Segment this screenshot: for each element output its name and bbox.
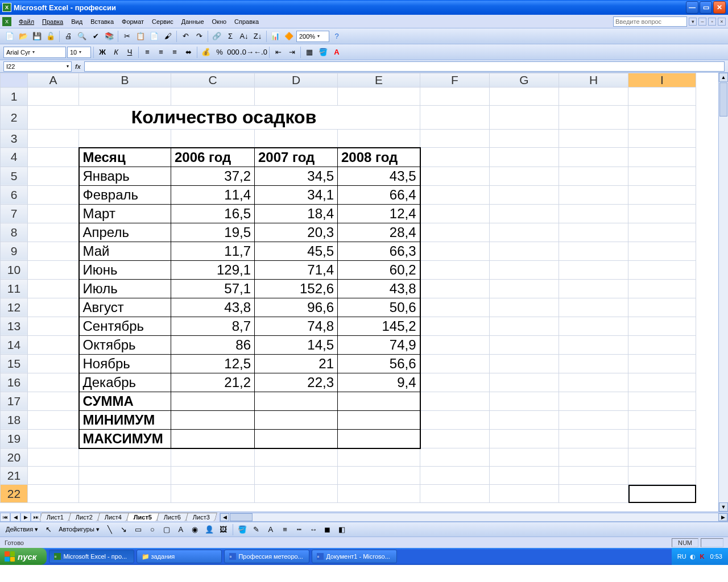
cell[interactable] (628, 204, 696, 223)
help-icon[interactable]: ? (330, 30, 343, 43)
cell[interactable]: 12,4 (338, 204, 420, 223)
start-button[interactable]: пуск (0, 548, 47, 565)
cell[interactable] (28, 448, 79, 467)
cell[interactable] (338, 485, 420, 503)
cell[interactable] (79, 130, 171, 148)
cell[interactable] (628, 448, 696, 467)
cell[interactable]: 43,5 (338, 167, 420, 185)
cell[interactable]: СУММА (79, 392, 171, 410)
cell[interactable]: 19,5 (171, 223, 255, 242)
cell[interactable] (628, 354, 696, 373)
permission-icon[interactable]: 🔓 (44, 30, 57, 43)
taskbar-button[interactable]: ▫Профессия метеоро... (224, 550, 309, 563)
cell[interactable] (338, 448, 420, 467)
cell[interactable] (420, 354, 490, 373)
cell[interactable] (79, 485, 171, 503)
cell[interactable] (490, 467, 559, 485)
cell[interactable] (28, 467, 79, 485)
cell[interactable] (559, 429, 628, 448)
cell[interactable] (559, 410, 628, 429)
menu-file[interactable]: Файл (15, 17, 38, 26)
increase-decimal-icon[interactable]: .0→ (241, 46, 253, 59)
cell[interactable] (420, 223, 490, 242)
font-color-draw-icon[interactable]: A (264, 523, 277, 536)
chart-icon[interactable]: 📊 (269, 30, 282, 43)
arrow-shape-icon[interactable]: ↘ (118, 523, 130, 536)
currency-icon[interactable]: 💰 (200, 46, 212, 59)
cut-icon[interactable]: ✂ (121, 30, 133, 43)
cell[interactable] (490, 204, 559, 223)
cell[interactable]: 74,9 (338, 335, 420, 354)
cell[interactable] (171, 448, 255, 467)
cell[interactable] (420, 185, 490, 204)
cell[interactable] (338, 130, 420, 148)
cell[interactable] (559, 279, 628, 298)
cell[interactable] (490, 279, 559, 298)
col-header-I[interactable]: I (628, 73, 696, 88)
cell[interactable]: 11,7 (171, 242, 255, 260)
underline-icon[interactable]: Ч (123, 46, 136, 59)
cell[interactable] (490, 298, 559, 317)
textbox-icon[interactable]: ▢ (160, 523, 173, 536)
row-header-8[interactable]: 8 (1, 223, 28, 242)
cell[interactable]: 37,2 (171, 167, 255, 185)
cell[interactable]: 96,6 (255, 298, 338, 317)
cell[interactable] (28, 88, 79, 106)
cell[interactable] (559, 298, 628, 317)
cell[interactable] (628, 392, 696, 410)
shadow-icon[interactable]: ◼ (321, 523, 334, 536)
comma-icon[interactable]: 000 (227, 46, 239, 59)
cell[interactable]: 21,2 (171, 373, 255, 392)
research-icon[interactable]: 📚 (103, 30, 115, 43)
lang-indicator[interactable]: RU (677, 553, 686, 560)
cell[interactable] (28, 485, 79, 503)
cell[interactable] (559, 467, 628, 485)
cell[interactable]: 28,4 (338, 223, 420, 242)
cell[interactable] (171, 88, 255, 106)
cell[interactable] (28, 373, 79, 392)
cell[interactable]: 14,5 (255, 335, 338, 354)
document-icon[interactable]: X (2, 17, 11, 26)
cell[interactable] (28, 130, 79, 148)
cell[interactable]: 9,4 (338, 373, 420, 392)
cell[interactable] (255, 392, 338, 410)
align-right-icon[interactable]: ≡ (168, 46, 181, 59)
row-header-12[interactable]: 12 (1, 298, 28, 317)
font-combo[interactable]: Arial Cyr▾ (3, 47, 66, 58)
menu-edit[interactable]: Правка (38, 17, 67, 26)
cell[interactable]: 18,4 (255, 204, 338, 223)
dash-style-icon[interactable]: ┅ (293, 523, 305, 536)
cell[interactable]: Март (79, 204, 171, 223)
cell[interactable] (628, 335, 696, 354)
open-icon[interactable]: 📂 (17, 30, 30, 43)
cell[interactable] (559, 204, 628, 223)
cell[interactable]: Июнь (79, 260, 171, 279)
wordart-icon[interactable]: A (175, 523, 187, 536)
row-header-18[interactable]: 18 (1, 410, 28, 429)
cell[interactable]: 86 (171, 335, 255, 354)
hscroll-thumb[interactable] (230, 513, 253, 521)
cell[interactable] (420, 106, 490, 130)
cell[interactable] (490, 448, 559, 467)
cell[interactable] (338, 429, 420, 448)
print-icon[interactable]: 🖨 (62, 30, 75, 43)
tab-first-icon[interactable]: ⏮ (0, 513, 10, 522)
cell[interactable] (628, 185, 696, 204)
cell[interactable] (420, 148, 490, 167)
cell[interactable] (628, 467, 696, 485)
row-header-19[interactable]: 19 (1, 429, 28, 448)
decrease-indent-icon[interactable]: ⇤ (272, 46, 284, 59)
cell[interactable]: 2007 год (255, 148, 338, 167)
row-header-5[interactable]: 5 (1, 167, 28, 185)
cell[interactable] (420, 242, 490, 260)
cell[interactable] (28, 242, 79, 260)
cell[interactable] (420, 204, 490, 223)
cell[interactable] (28, 410, 79, 429)
cell[interactable] (420, 335, 490, 354)
cell[interactable] (490, 429, 559, 448)
cell[interactable] (559, 130, 628, 148)
cell[interactable] (490, 88, 559, 106)
col-header-B[interactable]: B (79, 73, 171, 88)
cell[interactable]: 43,8 (171, 298, 255, 317)
scroll-up-icon[interactable]: ▲ (719, 73, 728, 82)
